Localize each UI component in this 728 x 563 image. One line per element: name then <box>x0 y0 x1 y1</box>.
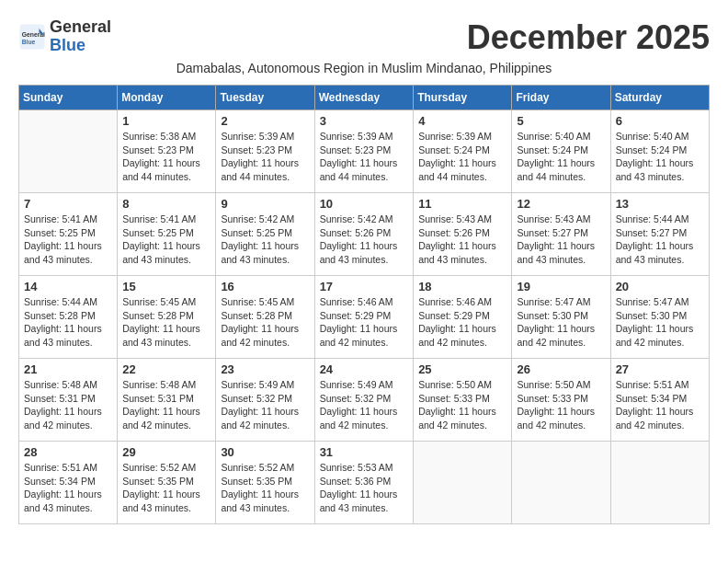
day-info: Sunrise: 5:53 AMSunset: 5:36 PMDaylight:… <box>320 461 409 515</box>
calendar-cell <box>414 442 512 524</box>
calendar-cell: 1Sunrise: 5:38 AMSunset: 5:23 PMDaylight… <box>118 110 216 193</box>
calendar-cell: 8Sunrise: 5:41 AMSunset: 5:25 PMDaylight… <box>118 193 216 276</box>
day-number: 28 <box>24 445 112 459</box>
day-info: Sunrise: 5:40 AMSunset: 5:24 PMDaylight:… <box>616 130 704 184</box>
logo-general-text: General <box>50 17 111 36</box>
day-number: 9 <box>221 197 309 211</box>
day-number: 6 <box>616 114 704 128</box>
month-title: December 2025 <box>467 18 710 57</box>
day-number: 29 <box>122 445 210 459</box>
day-number: 19 <box>517 280 605 293</box>
svg-text:Blue: Blue <box>22 39 36 45</box>
calendar-cell: 26Sunrise: 5:50 AMSunset: 5:33 PMDayligh… <box>512 359 610 442</box>
day-number: 23 <box>221 362 309 376</box>
calendar-cell: 23Sunrise: 5:49 AMSunset: 5:32 PMDayligh… <box>216 359 314 442</box>
weekday-header-sunday: Sunday <box>19 86 118 110</box>
day-number: 20 <box>616 280 704 293</box>
weekday-header-monday: Monday <box>118 86 216 110</box>
day-number: 13 <box>616 197 704 211</box>
day-info: Sunrise: 5:39 AMSunset: 5:23 PMDaylight:… <box>221 130 309 184</box>
day-info: Sunrise: 5:39 AMSunset: 5:23 PMDaylight:… <box>320 130 409 184</box>
week-row-5: 28Sunrise: 5:51 AMSunset: 5:34 PMDayligh… <box>19 442 710 524</box>
day-info: Sunrise: 5:52 AMSunset: 5:35 PMDaylight:… <box>122 461 210 515</box>
day-number: 11 <box>418 197 506 211</box>
day-number: 1 <box>122 114 210 128</box>
calendar-cell: 2Sunrise: 5:39 AMSunset: 5:23 PMDaylight… <box>216 110 314 193</box>
weekday-header-thursday: Thursday <box>414 86 512 110</box>
logo-blue-text: Blue <box>50 36 85 54</box>
day-info: Sunrise: 5:41 AMSunset: 5:25 PMDaylight:… <box>24 213 112 267</box>
calendar: SundayMondayTuesdayWednesdayThursdayFrid… <box>18 85 710 524</box>
day-info: Sunrise: 5:47 AMSunset: 5:30 PMDaylight:… <box>616 295 704 350</box>
day-number: 14 <box>24 280 112 293</box>
weekday-header-row: SundayMondayTuesdayWednesdayThursdayFrid… <box>19 86 710 110</box>
calendar-cell: 3Sunrise: 5:39 AMSunset: 5:23 PMDaylight… <box>314 110 414 193</box>
weekday-header-wednesday: Wednesday <box>314 86 414 110</box>
day-info: Sunrise: 5:38 AMSunset: 5:23 PMDaylight:… <box>122 130 210 184</box>
day-info: Sunrise: 5:51 AMSunset: 5:34 PMDaylight:… <box>616 378 704 432</box>
day-info: Sunrise: 5:44 AMSunset: 5:27 PMDaylight:… <box>616 213 704 267</box>
day-number: 5 <box>517 114 605 128</box>
calendar-cell: 31Sunrise: 5:53 AMSunset: 5:36 PMDayligh… <box>314 442 414 524</box>
day-number: 18 <box>418 280 506 293</box>
day-number: 22 <box>122 362 210 376</box>
day-info: Sunrise: 5:47 AMSunset: 5:30 PMDaylight:… <box>517 295 605 350</box>
week-row-3: 14Sunrise: 5:44 AMSunset: 5:28 PMDayligh… <box>19 276 710 359</box>
day-number: 3 <box>320 114 409 128</box>
day-number: 16 <box>221 280 309 293</box>
calendar-cell: 6Sunrise: 5:40 AMSunset: 5:24 PMDaylight… <box>610 110 709 193</box>
logo: General Blue General Blue <box>18 18 111 55</box>
day-number: 21 <box>24 362 112 376</box>
day-number: 8 <box>122 197 210 211</box>
day-number: 15 <box>122 280 210 293</box>
day-info: Sunrise: 5:43 AMSunset: 5:27 PMDaylight:… <box>517 213 605 267</box>
calendar-cell: 12Sunrise: 5:43 AMSunset: 5:27 PMDayligh… <box>512 193 610 276</box>
calendar-cell <box>610 442 709 524</box>
week-row-2: 7Sunrise: 5:41 AMSunset: 5:25 PMDaylight… <box>19 193 710 276</box>
day-number: 17 <box>320 280 409 293</box>
day-info: Sunrise: 5:43 AMSunset: 5:26 PMDaylight:… <box>418 213 506 267</box>
day-info: Sunrise: 5:49 AMSunset: 5:32 PMDaylight:… <box>320 378 409 432</box>
calendar-cell: 18Sunrise: 5:46 AMSunset: 5:29 PMDayligh… <box>414 276 512 359</box>
calendar-cell: 19Sunrise: 5:47 AMSunset: 5:30 PMDayligh… <box>512 276 610 359</box>
day-info: Sunrise: 5:44 AMSunset: 5:28 PMDaylight:… <box>24 295 112 350</box>
calendar-cell <box>512 442 610 524</box>
calendar-cell: 22Sunrise: 5:48 AMSunset: 5:31 PMDayligh… <box>118 359 216 442</box>
day-info: Sunrise: 5:51 AMSunset: 5:34 PMDaylight:… <box>24 461 112 515</box>
day-number: 26 <box>517 362 605 376</box>
calendar-cell: 29Sunrise: 5:52 AMSunset: 5:35 PMDayligh… <box>118 442 216 524</box>
logo-icon: General Blue <box>18 23 46 51</box>
day-number: 30 <box>221 445 309 459</box>
day-number: 12 <box>517 197 605 211</box>
calendar-cell: 10Sunrise: 5:42 AMSunset: 5:26 PMDayligh… <box>314 193 414 276</box>
day-info: Sunrise: 5:52 AMSunset: 5:35 PMDaylight:… <box>221 461 309 515</box>
calendar-cell: 14Sunrise: 5:44 AMSunset: 5:28 PMDayligh… <box>19 276 118 359</box>
day-info: Sunrise: 5:49 AMSunset: 5:32 PMDaylight:… <box>221 378 309 432</box>
day-info: Sunrise: 5:42 AMSunset: 5:26 PMDaylight:… <box>320 213 409 267</box>
day-number: 4 <box>418 114 506 128</box>
calendar-cell <box>19 110 118 193</box>
week-row-1: 1Sunrise: 5:38 AMSunset: 5:23 PMDaylight… <box>19 110 710 193</box>
calendar-cell: 11Sunrise: 5:43 AMSunset: 5:26 PMDayligh… <box>414 193 512 276</box>
calendar-cell: 7Sunrise: 5:41 AMSunset: 5:25 PMDaylight… <box>19 193 118 276</box>
day-info: Sunrise: 5:45 AMSunset: 5:28 PMDaylight:… <box>122 295 210 350</box>
subtitle: Damabalas, Autonomous Region in Muslim M… <box>18 61 710 75</box>
weekday-header-tuesday: Tuesday <box>216 86 314 110</box>
day-info: Sunrise: 5:50 AMSunset: 5:33 PMDaylight:… <box>517 378 605 432</box>
calendar-cell: 5Sunrise: 5:40 AMSunset: 5:24 PMDaylight… <box>512 110 610 193</box>
day-number: 27 <box>616 362 704 376</box>
day-number: 2 <box>221 114 309 128</box>
calendar-cell: 24Sunrise: 5:49 AMSunset: 5:32 PMDayligh… <box>314 359 414 442</box>
day-number: 7 <box>24 197 112 211</box>
day-info: Sunrise: 5:42 AMSunset: 5:25 PMDaylight:… <box>221 213 309 267</box>
day-info: Sunrise: 5:48 AMSunset: 5:31 PMDaylight:… <box>122 378 210 432</box>
calendar-cell: 20Sunrise: 5:47 AMSunset: 5:30 PMDayligh… <box>610 276 709 359</box>
day-number: 31 <box>320 445 409 459</box>
day-info: Sunrise: 5:50 AMSunset: 5:33 PMDaylight:… <box>418 378 506 432</box>
day-number: 24 <box>320 362 409 376</box>
calendar-cell: 25Sunrise: 5:50 AMSunset: 5:33 PMDayligh… <box>414 359 512 442</box>
day-info: Sunrise: 5:48 AMSunset: 5:31 PMDaylight:… <box>24 378 112 432</box>
day-info: Sunrise: 5:39 AMSunset: 5:24 PMDaylight:… <box>418 130 506 184</box>
day-number: 10 <box>320 197 409 211</box>
calendar-cell: 16Sunrise: 5:45 AMSunset: 5:28 PMDayligh… <box>216 276 314 359</box>
